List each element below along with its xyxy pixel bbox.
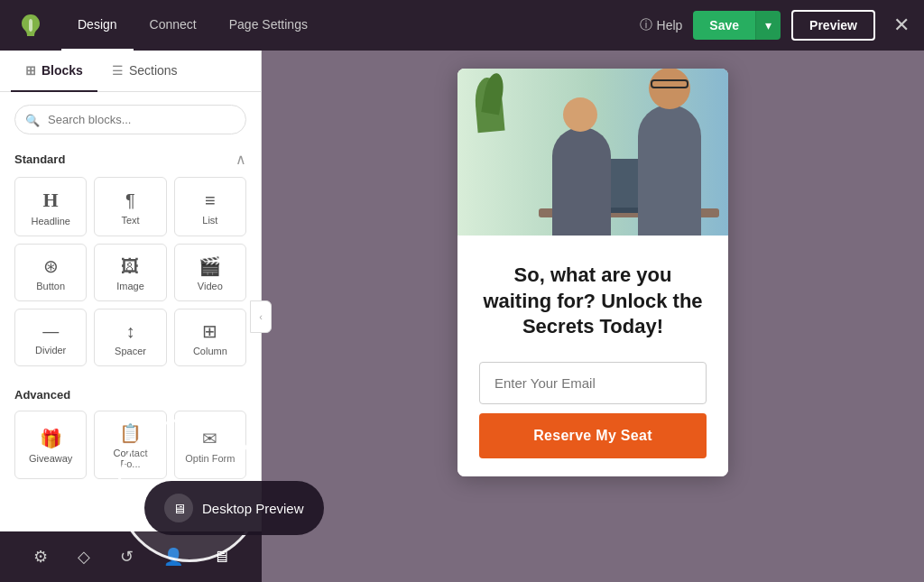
headline-icon: H: [43, 190, 59, 210]
button-icon: ⊛: [43, 257, 59, 275]
preview-cta-button[interactable]: Reserve My Seat: [479, 413, 707, 458]
standard-section-title: Standard: [14, 152, 65, 166]
sidebar-collapse-handle[interactable]: ‹: [250, 300, 272, 333]
history-tool[interactable]: ↺: [113, 540, 141, 574]
blocks-grid: H Headline ¶ Text ≡ List ⊛ Button 🖼 Imag…: [0, 177, 261, 381]
account-tool[interactable]: 👤: [156, 540, 190, 574]
help-button[interactable]: ⓘ Help: [640, 17, 683, 33]
block-headline[interactable]: H Headline: [14, 177, 87, 236]
preview-email-input[interactable]: [479, 362, 707, 404]
column-icon: ⊞: [202, 322, 217, 340]
search-icon: 🔍: [25, 113, 40, 126]
text-icon: ¶: [125, 191, 135, 209]
block-list[interactable]: ≡ List: [174, 177, 246, 236]
block-divider[interactable]: — Divider: [14, 309, 87, 366]
tab-sections[interactable]: ☰ Sections: [97, 51, 192, 92]
block-spacer-label: Spacer: [115, 346, 146, 356]
sidebar: ⊞ Blocks ☰ Sections 🔍 Standard ∧ H Headl…: [0, 51, 262, 582]
sections-tab-icon: ☰: [112, 63, 124, 78]
page-preview: So, what are you waiting for? Unlock the…: [457, 69, 728, 476]
list-icon: ≡: [205, 191, 216, 209]
block-contact-form-label: Contact Fo...: [102, 448, 158, 469]
preview-text-section: So, what are you waiting for? Unlock the…: [457, 236, 728, 476]
block-optin-form-label: Optin Form: [185, 453, 235, 464]
nav-tab-page-settings[interactable]: Page Settings: [213, 0, 324, 51]
standard-section-toggle[interactable]: ∧: [236, 151, 246, 168]
video-icon: 🎬: [199, 257, 221, 275]
optin-form-icon: ✉: [202, 430, 217, 448]
block-spacer[interactable]: ↕ Spacer: [94, 309, 166, 366]
block-giveaway-label: Giveaway: [29, 453, 72, 464]
nav-right-actions: ⓘ Help Save ▾ Preview ✕: [640, 10, 910, 41]
block-divider-label: Divider: [35, 345, 66, 356]
save-button-group: Save ▾: [693, 11, 781, 40]
sections-tab-label: Sections: [129, 63, 178, 78]
save-button[interactable]: Save: [693, 11, 755, 40]
app-logo: [14, 9, 47, 42]
tooltip-label: Desktop Preview: [202, 501, 304, 516]
block-contact-form[interactable]: 📋 Contact Fo...: [94, 411, 166, 479]
nav-tab-design[interactable]: Design: [61, 0, 134, 51]
block-video[interactable]: 🎬 Video: [174, 244, 246, 301]
layers-tool[interactable]: ◇: [70, 540, 97, 574]
help-icon: ⓘ: [640, 17, 652, 33]
nav-tabs: Design Connect Page Settings: [61, 0, 640, 51]
settings-tool[interactable]: ⚙: [26, 540, 55, 574]
top-navigation: Design Connect Page Settings ⓘ Help Save…: [0, 0, 924, 51]
block-text-label: Text: [121, 215, 139, 226]
nav-tab-connect[interactable]: Connect: [134, 0, 213, 51]
divider-icon: —: [42, 323, 59, 339]
block-headline-label: Headline: [31, 216, 69, 226]
sidebar-tab-bar: ⊞ Blocks ☰ Sections: [0, 51, 261, 92]
tab-blocks[interactable]: ⊞ Blocks: [11, 51, 97, 92]
advanced-section: Advanced 🎁 Giveaway 📋 Contact Fo... ✉ Op…: [0, 381, 261, 483]
block-giveaway[interactable]: 🎁 Giveaway: [14, 411, 87, 479]
block-text[interactable]: ¶ Text: [94, 177, 166, 236]
blocks-tab-label: Blocks: [42, 63, 83, 78]
close-button[interactable]: ✕: [893, 14, 910, 37]
block-video-label: Video: [198, 281, 223, 291]
block-column-label: Column: [193, 346, 227, 356]
block-button-label: Button: [36, 281, 65, 291]
advanced-blocks-grid: 🎁 Giveaway 📋 Contact Fo... ✉ Optin Form: [14, 411, 246, 479]
standard-section-header: Standard ∧: [0, 147, 261, 177]
block-image[interactable]: 🖼 Image: [94, 244, 166, 301]
tooltip-desktop-icon: 🖥: [164, 494, 193, 522]
search-box: 🔍: [14, 105, 246, 134]
desktop-preview-tooltip: 🖥 Desktop Preview: [144, 481, 324, 535]
image-icon: 🖼: [121, 257, 139, 275]
preview-button[interactable]: Preview: [791, 10, 875, 41]
save-dropdown-button[interactable]: ▾: [755, 11, 781, 40]
main-layout: ⊞ Blocks ☰ Sections 🔍 Standard ∧ H Headl…: [0, 51, 924, 582]
blocks-tab-icon: ⊞: [25, 63, 36, 78]
block-optin-form[interactable]: ✉ Optin Form: [174, 411, 246, 479]
block-image-label: Image: [116, 281, 144, 291]
block-list-label: List: [202, 215, 217, 226]
spacer-icon: ↕: [125, 322, 134, 340]
giveaway-icon: 🎁: [40, 430, 62, 448]
help-label: Help: [657, 18, 683, 32]
bottom-toolbar: ⚙ ◇ ↺ 👤 🖥: [0, 531, 262, 582]
preview-image-section: [457, 69, 728, 236]
preview-headline: So, what are you waiting for? Unlock the…: [479, 263, 707, 340]
canvas-area: So, what are you waiting for? Unlock the…: [262, 51, 924, 582]
contact-form-icon: 📋: [119, 424, 142, 442]
block-column[interactable]: ⊞ Column: [174, 309, 246, 366]
desktop-view-tool[interactable]: 🖥: [206, 540, 236, 574]
block-button[interactable]: ⊛ Button: [14, 244, 87, 301]
search-input[interactable]: [14, 105, 246, 134]
advanced-section-title: Advanced: [14, 388, 246, 402]
